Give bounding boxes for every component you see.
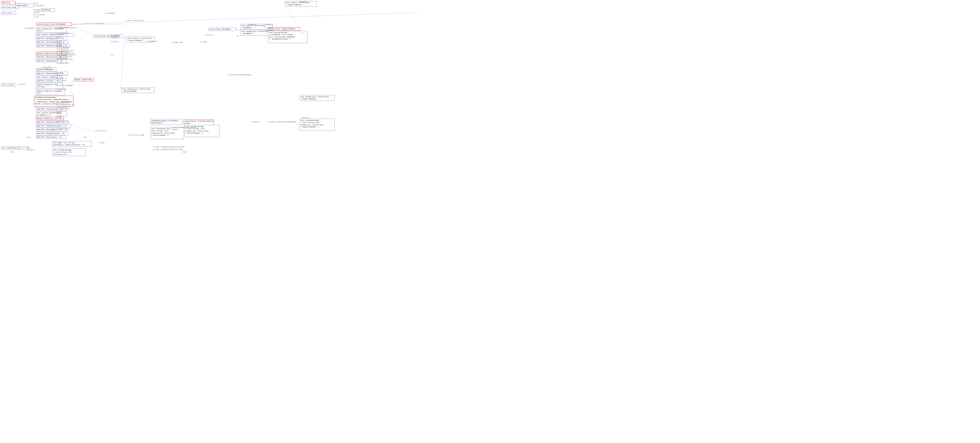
node-smartif-ihistogramsvc: SmartIF< IHistogramSvc > ◄	[36, 72, 68, 75]
node-datanode: concurrency::DataNode	[208, 28, 236, 31]
edge-label-m-monitorSvcName: m_monitorSvcName	[57, 84, 73, 86]
edge-label-m-ICS: m_ICS	[57, 113, 62, 115]
edge-label-m-DCS: m_DCS	[57, 111, 62, 113]
node-smartif-ichronostatsvc: SmartIF< IChronoStatSvc > ◄	[36, 41, 68, 44]
edge-label-m-MS: m_MS	[57, 117, 61, 119]
edge-label-m-headNode: m_headNode	[147, 40, 157, 42]
svg-line-17	[284, 4, 300, 29]
edge-label-m-value: m_value	[18, 83, 25, 85]
node-once-flag: std::once_flag	[1, 6, 19, 9]
edge-label-elements7: elements	[302, 117, 309, 118]
node-unique-ptr-algorithmnode2: std::unique_ptr< concurrency::AlgorithmN…	[299, 95, 334, 101]
edge-label-keys2: keys	[27, 136, 31, 138]
node-precedence-rules-graph: concurrency::PrecedenceRulesGraph	[184, 120, 214, 125]
edge-label-m-outputLevel: m_outputLevel	[57, 108, 70, 110]
node-smartif-ialgexecstatesvc: SmartIF< IAlgExecStateSvc > ◄	[36, 124, 71, 127]
edge-label-m-jMonitorSvc: m_jMontorSvc	[57, 62, 69, 64]
edge-label-m-children: m_children	[94, 22, 105, 24]
edge-label-m-filterCircDeps: m_filterCircDeps	[57, 58, 73, 60]
edge-label-m-parents1: m_parents	[111, 35, 120, 37]
edge-label-elements1: elements	[27, 149, 35, 151]
edge-label-elements5: elements	[299, 1, 307, 3]
edge-label-keys5: keys	[11, 151, 15, 153]
edge-label-keys4: keys	[182, 151, 186, 153]
svg-line-12	[121, 38, 124, 90]
edge-label-m-toolHandleArrays: m_toolHandleArrays	[57, 104, 75, 105]
edge-label-m-algoOutputs: m_algorithmNameToAlgoOutputsMap	[153, 146, 184, 148]
edge-label-m-inputs: m_inputs	[265, 27, 273, 29]
node-std-string: std::string	[1, 83, 15, 86]
node-unordered-map-string-set: std::unordered_map< std::string, std::un…	[52, 148, 86, 156]
edge-label-m-doTimeline: m_doTimeline	[57, 46, 69, 48]
edge-label-m-pToolSvc: m_pToolSvc	[57, 80, 67, 81]
edge-label-m-pSvcLocator: m_pSvcLocator	[57, 128, 70, 130]
node-iService: iService	[1, 1, 16, 5]
edge-label-m-errorMax: m_errorMax	[57, 88, 67, 90]
edge-label-m-parents2: m_parents	[205, 34, 214, 36]
edge-label-m-graph2: m_graph	[200, 41, 207, 43]
node-gaudi-algorithm: Gaudi::Algorithm	[74, 78, 94, 81]
edge-label-m-data-object-path: m_data_object_path	[126, 19, 144, 21]
node-size-t: std::size_t	[1, 11, 16, 15]
edge-label-m-version: m_version	[43, 66, 52, 68]
node-unique-ptr-decisionnode: std::unique_ptr< concurrency::DecisionNo…	[121, 88, 154, 93]
edges-svg	[0, 0, 980, 443]
edge-label-m-algoNodeMap: m_algorithmNameToAlgoNodeMap	[268, 121, 296, 123]
node-smartif-iexceptionsvc: SmartIF< IExceptionSvc > ◄	[36, 37, 67, 40]
edge-label-elements2: elements	[111, 37, 119, 38]
edge-label-m-proc-trace: m_proc_trace_map	[128, 134, 144, 136]
edge-label-ptr1: ptr	[111, 54, 114, 56]
edge-label-m-nodeName: m_nodeName	[24, 27, 34, 29]
edge-label-m-updateDataHandles: m_updateDataHandles	[57, 27, 76, 29]
edge-label-m-algoInputs: m_algorithmNameToAlgoInputsMap	[153, 148, 183, 150]
edge-label-elements3: elements	[248, 24, 256, 25]
edge-label-m-outputs: m_outputs	[265, 29, 274, 31]
node-unordered-set-k: std::unordered_set< K >	[1, 147, 28, 150]
edge-label-m-hash1: m_hash	[34, 9, 40, 11]
svg-line-7	[72, 24, 93, 36]
diagram-container: iService IClassIDSvc std::once_flag std:…	[0, 0, 980, 443]
edge-label-keys3: keys	[27, 147, 31, 149]
edge-label-m-className: m_className	[34, 14, 45, 16]
node-property-unsigned: Gaudi::Property< unsignedint >	[36, 89, 65, 95]
edge-label-m-HDS: m_HDS	[57, 75, 62, 76]
edge-label-elements6: elements	[251, 121, 259, 123]
edge-label-m-decisionName: m_decisionNameToDecisionHubMap	[172, 126, 196, 130]
edge-label-m-graph1: m_graph	[111, 41, 118, 43]
edge-label-m-algorithm: m_algorithm	[172, 41, 183, 43]
node-DataObjID: DataObjID	[41, 8, 55, 12]
edge-label-m-aess: m_aess	[57, 115, 63, 117]
edge-label-m-TimelineSvc: m_TimelineISvc	[57, 102, 71, 104]
node-ControlFlowNode: concurrency::ControlFlowNode	[37, 22, 72, 26]
edge-label-m-svcLocator: m_svcLocator	[94, 130, 107, 132]
node-smartif-ialgcontextsvc: SmartIF< IAlgContextSvc > ◄	[36, 132, 69, 135]
edge-label-m-dataPath: m_dataPathToDataNodeMap	[228, 74, 251, 76]
edge-label-m-name2: m_name	[99, 142, 105, 143]
svg-line-10	[72, 13, 418, 24]
edge-label-keys1: keys	[83, 136, 87, 138]
edge-label-m-tools: m_tools	[57, 77, 64, 79]
edge-label-m-hash2: m_hash	[34, 11, 40, 13]
edge-label-m-DDS: m_DDS	[57, 42, 62, 44]
node-unordered-map-string-algo: std::unordered_map< std::string, std::un…	[299, 119, 334, 131]
edge-label-m-childSvc: m_childSvc	[34, 5, 44, 6]
edge-label-pr: pr	[302, 32, 304, 34]
edge-label-m-type: m_type	[43, 68, 49, 70]
edge-label-m-EXS: m_EXS	[57, 37, 62, 38]
node-map-precedence: std::map< std::string,precedence::AlgoTr…	[52, 141, 92, 147]
edge-label-m-algoName: m_algoName	[105, 12, 115, 14]
edge-label-ptr2: ptr	[237, 35, 240, 37]
edge-label-m-contextSvc: m_contextSvc	[57, 121, 69, 123]
edge-label-m-toolHandles: m_toolHandles	[57, 32, 70, 34]
edge-label-m-key: m_key	[34, 16, 39, 18]
edge-label-elements4: elements	[265, 24, 273, 25]
edge-label-m-ip: m_ip	[34, 2, 38, 4]
edge-label-m-name: m_name	[57, 72, 63, 74]
node-commonmessaging-precedence: CommonMessaging< PrecedenceRulesGraph >	[150, 119, 182, 125]
edge-label-m-CSS: m_CSS	[57, 40, 62, 42]
edge-label-m-cardinality: m_cardinality	[57, 106, 70, 108]
node-smartif-isvclocator: SmartIF< ISvcLocator > ◄	[36, 135, 66, 139]
